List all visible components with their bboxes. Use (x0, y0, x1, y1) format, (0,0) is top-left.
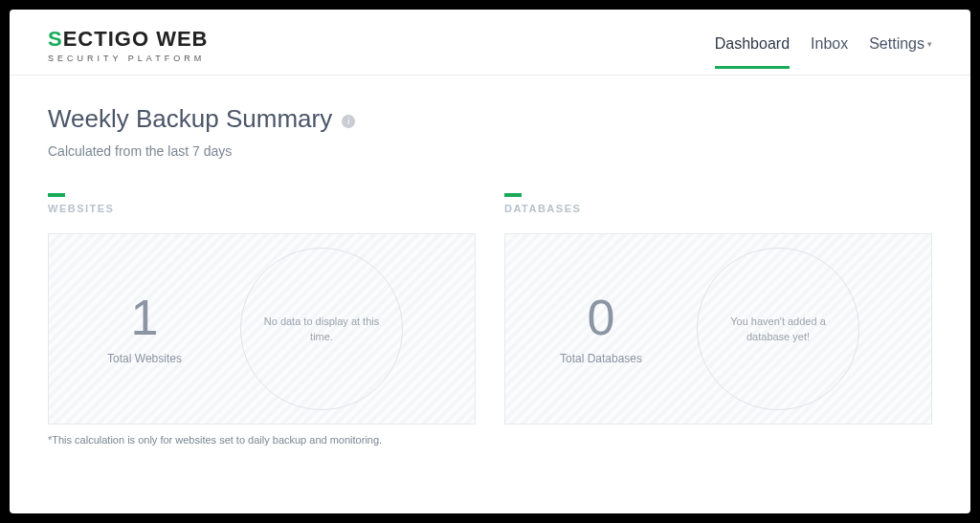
databases-heading: DATABASES (504, 203, 932, 214)
databases-chart-placeholder: You haven't added a database yet! (697, 248, 859, 410)
websites-column: WEBSITES 1 Total Websites No data to dis… (48, 193, 476, 446)
content: Weekly Backup Summary i Calculated from … (10, 76, 970, 455)
nav-dashboard[interactable]: Dashboard (715, 35, 790, 69)
databases-count: 0 (534, 293, 668, 342)
websites-count: 1 (78, 293, 212, 342)
app-frame: SECTIGO WEB SECURITY PLATFORM Dashboard … (10, 10, 970, 513)
header: SECTIGO WEB SECURITY PLATFORM Dashboard … (10, 10, 970, 76)
websites-stat: 1 Total Websites (78, 293, 212, 365)
footnote: *This calculation is only for websites s… (48, 434, 476, 446)
page-title-row: Weekly Backup Summary i (48, 104, 932, 134)
nav-inbox[interactable]: Inbox (811, 35, 848, 69)
page-subtitle: Calculated from the last 7 days (48, 143, 932, 159)
page-title: Weekly Backup Summary (48, 104, 332, 134)
section-marker (504, 193, 522, 197)
websites-heading: WEBSITES (48, 203, 476, 214)
databases-stat: 0 Total Databases (534, 293, 668, 365)
databases-count-label: Total Databases (534, 352, 668, 365)
top-nav: Dashboard Inbox Settings ▾ (715, 35, 932, 55)
brand-name: SECTIGO WEB (48, 27, 208, 52)
websites-card: 1 Total Websites No data to display at t… (48, 233, 476, 425)
databases-card: 0 Total Databases You haven't added a da… (504, 233, 932, 425)
nav-settings-label: Settings (869, 35, 924, 53)
brand-logo: SECTIGO WEB SECURITY PLATFORM (48, 27, 208, 63)
databases-chart-message: You haven't added a database yet! (698, 314, 858, 345)
section-marker (48, 193, 65, 197)
websites-chart-placeholder: No data to display at this time. (240, 248, 403, 410)
databases-column: DATABASES 0 Total Databases You haven't … (504, 193, 932, 446)
info-icon[interactable]: i (342, 115, 355, 128)
chevron-down-icon: ▾ (927, 39, 932, 49)
nav-settings[interactable]: Settings ▾ (869, 35, 932, 69)
websites-count-label: Total Websites (78, 352, 212, 365)
cards-row: WEBSITES 1 Total Websites No data to dis… (48, 193, 932, 446)
websites-chart-message: No data to display at this time. (241, 314, 402, 345)
brand-tagline: SECURITY PLATFORM (48, 54, 208, 63)
